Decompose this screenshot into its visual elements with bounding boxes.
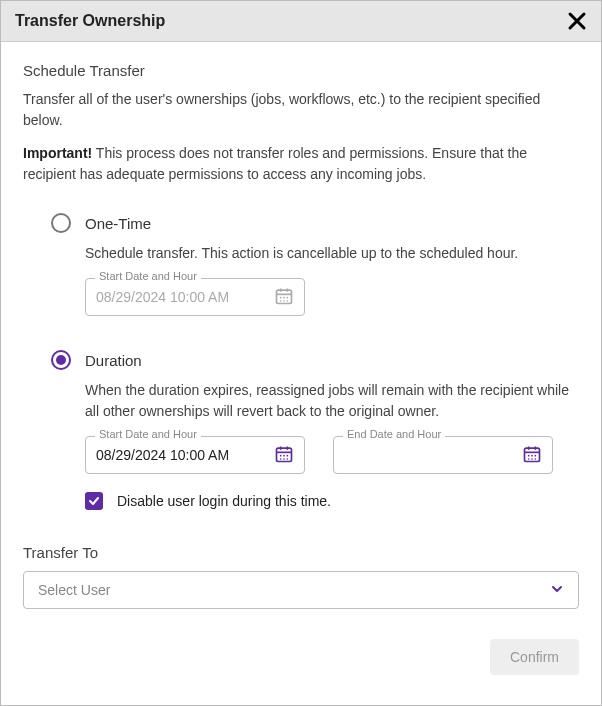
svg-point-9 bbox=[280, 300, 282, 302]
transfer-to-label: Transfer To bbox=[23, 544, 579, 561]
one-time-radio[interactable] bbox=[51, 213, 71, 233]
transfer-ownership-dialog: Transfer Ownership Schedule Transfer Tra… bbox=[0, 0, 602, 706]
close-icon[interactable] bbox=[567, 11, 587, 31]
svg-point-18 bbox=[287, 454, 289, 456]
duration-start-input[interactable]: 08/29/2024 10:00 AM bbox=[85, 436, 305, 474]
calendar-icon bbox=[274, 286, 294, 309]
svg-point-28 bbox=[535, 454, 537, 456]
duration-label: Duration bbox=[85, 352, 142, 369]
transfer-to-section: Transfer To Select User bbox=[23, 544, 579, 609]
duration-radio-row[interactable]: Duration bbox=[51, 350, 579, 370]
schedule-transfer-description: Transfer all of the user's ownerships (j… bbox=[23, 89, 579, 131]
dialog-header: Transfer Ownership bbox=[1, 1, 601, 42]
schedule-options: One-Time Schedule transfer. This action … bbox=[23, 213, 579, 510]
one-time-start-value: 08/29/2024 10:00 AM bbox=[96, 289, 229, 305]
svg-point-26 bbox=[528, 454, 530, 456]
option-duration: Duration When the duration expires, reas… bbox=[23, 350, 579, 510]
duration-radio[interactable] bbox=[51, 350, 71, 370]
disable-login-label: Disable user login during this time. bbox=[117, 493, 331, 509]
one-time-radio-row[interactable]: One-Time bbox=[51, 213, 579, 233]
calendar-icon[interactable] bbox=[274, 444, 294, 467]
one-time-start-label: Start Date and Hour bbox=[95, 270, 201, 282]
confirm-button[interactable]: Confirm bbox=[490, 639, 579, 675]
transfer-to-select[interactable]: Select User bbox=[23, 571, 579, 609]
svg-point-30 bbox=[531, 458, 533, 460]
one-time-description: Schedule transfer. This action is cancel… bbox=[85, 243, 579, 264]
schedule-transfer-important: Important! This process does not transfe… bbox=[23, 143, 579, 185]
svg-point-7 bbox=[283, 296, 285, 298]
duration-end-label: End Date and Hour bbox=[343, 428, 445, 440]
one-time-label: One-Time bbox=[85, 215, 151, 232]
svg-point-6 bbox=[280, 296, 282, 298]
important-text: This process does not transfer roles and… bbox=[23, 145, 527, 182]
svg-point-19 bbox=[280, 458, 282, 460]
one-time-start-input: 08/29/2024 10:00 AM bbox=[85, 278, 305, 316]
duration-description: When the duration expires, reassigned jo… bbox=[85, 380, 579, 422]
svg-point-20 bbox=[283, 458, 285, 460]
svg-point-31 bbox=[535, 458, 537, 460]
duration-end-input[interactable] bbox=[333, 436, 553, 474]
duration-start-value: 08/29/2024 10:00 AM bbox=[96, 447, 229, 463]
dialog-title: Transfer Ownership bbox=[15, 12, 165, 30]
duration-start-label: Start Date and Hour bbox=[95, 428, 201, 440]
dialog-body: Schedule Transfer Transfer all of the us… bbox=[1, 42, 601, 705]
calendar-icon[interactable] bbox=[522, 444, 542, 467]
svg-point-29 bbox=[528, 458, 530, 460]
disable-login-row[interactable]: Disable user login during this time. bbox=[85, 492, 579, 510]
svg-point-10 bbox=[283, 300, 285, 302]
dialog-footer: Confirm bbox=[23, 639, 579, 675]
svg-point-8 bbox=[287, 296, 289, 298]
chevron-down-icon bbox=[550, 582, 564, 599]
svg-point-11 bbox=[287, 300, 289, 302]
svg-point-17 bbox=[283, 454, 285, 456]
option-one-time: One-Time Schedule transfer. This action … bbox=[23, 213, 579, 316]
svg-point-27 bbox=[531, 454, 533, 456]
important-label: Important! bbox=[23, 145, 92, 161]
transfer-to-placeholder: Select User bbox=[38, 582, 110, 598]
svg-point-21 bbox=[287, 458, 289, 460]
svg-point-16 bbox=[280, 454, 282, 456]
schedule-transfer-heading: Schedule Transfer bbox=[23, 62, 579, 79]
disable-login-checkbox[interactable] bbox=[85, 492, 103, 510]
